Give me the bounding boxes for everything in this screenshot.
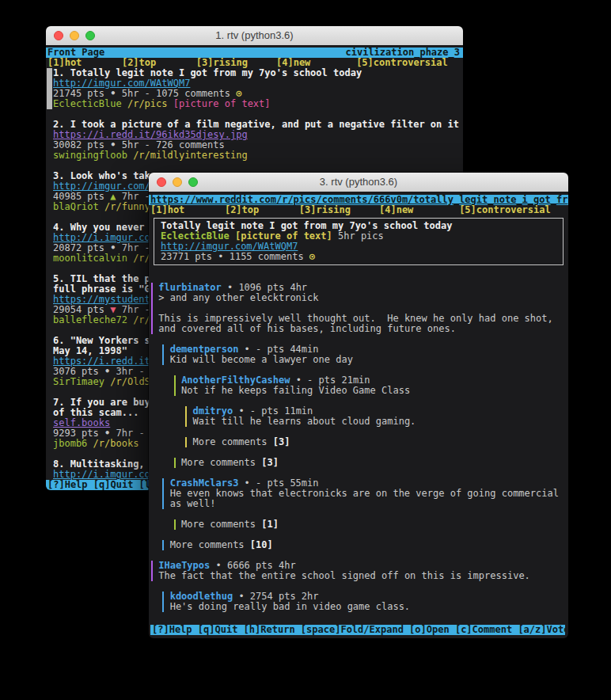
comment-body-line: He even knows that electronicks are on t… — [149, 489, 568, 499]
comment-flurbinator[interactable]: flurbinator • 1096 pts 4hr > and any oth… — [149, 283, 568, 344]
tab-4-new[interactable]: [4]new — [379, 205, 459, 215]
post-subreddit[interactable]: /r/pics — [122, 99, 168, 109]
titlebar[interactable]: 1. rtv (python3.6) — [46, 26, 463, 46]
status-bar: [?]Help [q]Quit [h]Return [space]Fold/Ex… — [150, 625, 565, 635]
comment-meta: • 2754 pts 2hr — [233, 592, 318, 602]
submission-link[interactable]: http://imgur.com/WAtWQM7 — [161, 242, 298, 252]
sort-tabs: [1]hot[2]top[3]rising[4]new[5]controvers… — [149, 205, 568, 215]
post-1[interactable]: 1. Totally legit note I got from my 7yo'… — [46, 68, 463, 120]
post-link[interactable]: https://i.redd.it/96ikd35djesy.jpg — [53, 130, 248, 140]
comment-body-line — [149, 303, 568, 314]
tab-5-controversial[interactable]: [5]controversial — [459, 205, 551, 215]
comment-body-line: Wait till he learns about cloud gaming. — [149, 417, 568, 427]
post-2[interactable]: 2. I took a picture of a film negative, … — [46, 120, 463, 171]
comment-body-line: Kid will become a lawyer one day — [149, 355, 568, 365]
more-comments-row[interactable]: More comments [10] — [149, 540, 568, 550]
comment-author[interactable]: kdoodlethug — [170, 592, 233, 602]
comment-CrashMclars3[interactable]: CrashMclars3 • - pts 55min He even knows… — [149, 478, 568, 519]
more-comments[interactable]: More comments [1] — [149, 519, 568, 540]
post-link[interactable]: https://i.redd.it — [53, 356, 150, 367]
terminal-content: https://www.reddit.com/r/pics/comments/6… — [149, 192, 568, 638]
post-subreddit[interactable]: /r/books — [87, 439, 139, 449]
comment-author[interactable]: IHaeTypos — [158, 561, 210, 571]
post-link[interactable]: http://imgur.com/ — [53, 181, 150, 192]
comment-body-line: and covered all of his bases, including … — [149, 324, 568, 334]
post-subreddit[interactable]: /r/ — [127, 315, 150, 325]
post-author[interactable]: ballefleche72 — [53, 315, 127, 325]
comment-header[interactable]: flurbinator • 1096 pts 4hr — [149, 283, 568, 293]
tab-3-rising[interactable]: [3]rising — [299, 205, 379, 215]
submission-author[interactable]: EclecticBlue — [161, 231, 230, 242]
comment-body-line: The fact that the entire school signed o… — [149, 571, 568, 581]
more-comments-row[interactable]: More comments [3] — [149, 458, 568, 468]
comment-author[interactable]: dementperson — [170, 344, 239, 355]
window-title: 3. rtv (python3.6) — [149, 173, 568, 192]
comment-meta: • 6666 pts 4hr — [210, 561, 295, 571]
submission-stats-row: 23771 pts • 1155 comments ⊙ — [159, 252, 563, 262]
post-subreddit[interactable]: /r/funny — [99, 202, 150, 212]
more-comments[interactable]: More comments [3] — [149, 458, 568, 478]
page-header: Front Page civilization_phaze_3 — [46, 48, 463, 58]
post-author[interactable]: jbomb6 — [53, 439, 87, 449]
post-title: 2. I took a picture of a film negative, … — [46, 120, 463, 130]
comment-header[interactable]: kdoodlethug • 2754 pts 2hr — [149, 592, 568, 602]
post-link[interactable]: https://mystudent — [53, 295, 150, 305]
post-tag: [picture of text] — [168, 99, 271, 109]
comment-meta: • 1096 pts 4hr — [222, 283, 307, 293]
post-subreddit[interactable]: /r/OldS — [104, 377, 150, 387]
comment-kdoodlethug[interactable]: kdoodlethug • 2754 pts 2hr He's doing re… — [149, 592, 568, 622]
comment-AnotherFilthyCashew[interactable]: AnotherFilthyCashew • - pts 21min Not if… — [149, 375, 568, 406]
tab-4-new[interactable]: [4]new — [276, 58, 356, 68]
comment-author[interactable]: CrashMclars3 — [170, 478, 239, 489]
post-link[interactable]: http://imgur.com/WAtWQM7 — [53, 78, 190, 89]
more-comments-count: [10] — [250, 540, 273, 550]
tab-5-controversial[interactable]: [5]controversial — [356, 58, 448, 68]
comment-author[interactable]: dmitryo — [193, 406, 233, 417]
desktop: 1. rtv (python3.6) Front Page civilizati… — [0, 0, 611, 700]
more-comments[interactable]: More comments [10] — [149, 540, 568, 561]
submission-box[interactable]: Totally legit note I got from my 7yo's s… — [154, 218, 564, 265]
tab-2-top[interactable]: [2]top — [122, 58, 196, 68]
tab-1-hot[interactable]: [1]hot — [150, 205, 225, 215]
gilded-icon: ⊙ — [309, 252, 315, 262]
comment-header[interactable]: AnotherFilthyCashew • - pts 21min — [149, 375, 568, 386]
comment-author[interactable]: flurbinator — [158, 283, 221, 293]
comment-header[interactable]: dmitryo • - pts 11min — [149, 406, 568, 417]
comment-meta: • - pts 55min — [238, 478, 318, 489]
post-link-row: https://i.redd.it/96ikd35djesy.jpg — [46, 130, 463, 140]
post-link[interactable]: self.books — [53, 418, 110, 428]
comment-body-line: as well! — [149, 499, 568, 509]
comment-IHaeTypos[interactable]: IHaeTypos • 6666 pts 4hr The fact that t… — [149, 561, 568, 592]
tab-3-rising[interactable]: [3]rising — [196, 58, 276, 68]
comment-dmitryo[interactable]: dmitryo • - pts 11min Wait till he learn… — [149, 406, 568, 437]
post-author[interactable]: EclecticBlue — [53, 99, 122, 109]
post-subreddit[interactable]: /r/ — [127, 253, 150, 264]
submission-link-row: http://imgur.com/WAtWQM7 — [159, 242, 563, 252]
post-author[interactable]: blaQriot — [53, 202, 99, 212]
submission-url-bar[interactable]: https://www.reddit.com/r/pics/comments/6… — [149, 195, 568, 205]
post-subreddit[interactable]: /r/mildlyinteresting — [127, 150, 248, 161]
tab-1-hot[interactable]: [1]hot — [47, 58, 122, 68]
post-author[interactable]: SirTimaey — [53, 377, 104, 387]
post-author[interactable]: moonlitcalvin — [53, 253, 127, 264]
more-comments[interactable]: More comments [3] — [149, 437, 568, 458]
comment-author[interactable]: AnotherFilthyCashew — [181, 375, 290, 386]
submission-tag: [picture of text] — [235, 231, 332, 242]
titlebar[interactable]: 3. rtv (python3.6) — [149, 173, 568, 192]
post-byline: EclecticBlue /r/pics [picture of text] — [46, 99, 463, 109]
post-link[interactable]: http://i.imgur.co — [53, 470, 150, 480]
selection-cursor — [47, 68, 52, 109]
comment-header[interactable]: IHaeTypos • 6666 pts 4hr — [149, 561, 568, 571]
comment-body-line: > and any other elecktronick — [149, 293, 568, 303]
comment-header[interactable]: dementperson • - pts 44min — [149, 344, 568, 355]
more-comments-row[interactable]: More comments [3] — [149, 437, 568, 447]
comment-dementperson[interactable]: dementperson • - pts 44min Kid will beco… — [149, 344, 568, 375]
tab-2-top[interactable]: [2]top — [225, 205, 299, 215]
post-link[interactable]: http://i.imgur.co — [53, 233, 150, 243]
post-title: 1. Totally legit note I got from my 7yo'… — [46, 68, 463, 78]
comment-header[interactable]: CrashMclars3 • - pts 55min — [149, 478, 568, 489]
more-comments-row[interactable]: More comments [1] — [149, 519, 568, 530]
post-author[interactable]: swingingfloob — [53, 150, 127, 161]
terminal-window-comments[interactable]: 3. rtv (python3.6) https://www.reddit.co… — [149, 173, 568, 638]
more-comments-count: [3] — [261, 458, 279, 468]
